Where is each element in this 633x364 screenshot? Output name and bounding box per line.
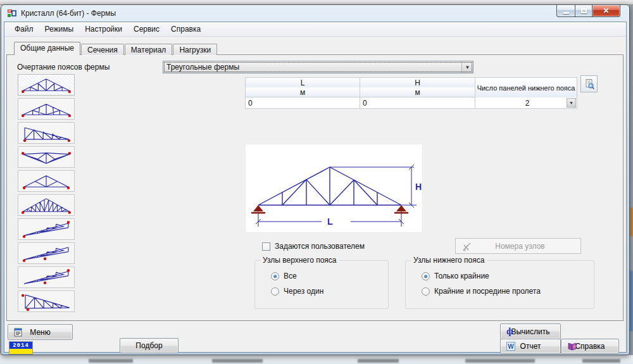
truss-thumbnail-triangular-simple[interactable] xyxy=(18,170,75,192)
col-header-panels: Число панелей нижнего пояса xyxy=(475,77,577,98)
panels-dropdown-icon[interactable]: ▼ xyxy=(567,98,576,108)
truss-thumbnail-triangular-low[interactable] xyxy=(18,98,75,120)
radio-all-nodes[interactable] xyxy=(271,272,279,280)
truss-thumbnail-ascending-mid-support-right[interactable] xyxy=(18,267,75,288)
word-report-icon: W xyxy=(506,342,515,351)
window-title: Кристалл (64-бит) - Фермы xyxy=(21,9,116,18)
top-chord-group-title: Узлы верхнего пояса xyxy=(260,256,339,265)
titlebar[interactable]: Кристалл (64-бит) - Фермы ✕ xyxy=(1,5,629,22)
preview-button[interactable] xyxy=(580,75,598,92)
podbor-button[interactable]: Подбор xyxy=(120,338,179,353)
value-cell-H[interactable]: 0 xyxy=(360,97,475,109)
truss-thumbnail-right-triangle-descending[interactable] xyxy=(18,291,75,312)
col-header-L: L xyxy=(245,77,360,88)
background-blur xyxy=(212,359,263,363)
truss-thumbnail-single-slope-ascending[interactable] xyxy=(18,218,75,240)
background-blur xyxy=(89,359,133,363)
maximize-button[interactable] xyxy=(575,5,592,17)
radio-only-edge-nodes[interactable] xyxy=(422,272,430,280)
year-badge-text: 2014 xyxy=(9,342,32,349)
menu-settings[interactable]: Настройки xyxy=(79,23,128,35)
node-numbers-label: Номера узлов xyxy=(472,242,568,251)
year-badge-yellow-bar xyxy=(9,349,32,354)
chevron-down-icon[interactable]: ▼ xyxy=(461,61,473,73)
truss-diagram: H L xyxy=(245,144,423,233)
bottom-chord-group-title: Узлы нижнего пояса xyxy=(411,256,487,265)
tab-material[interactable]: Материал xyxy=(125,44,173,55)
screen: Кристалл (64-бит) - Фермы ✕ Файл Режимы … xyxy=(0,0,633,364)
help-book-icon: ? xyxy=(567,342,577,351)
report-button[interactable]: W Отчет xyxy=(500,339,561,354)
bottom-chord-nodes-group: Узлы нижнего пояса Только крайние Крайни… xyxy=(405,260,594,309)
menu-button-label: Меню xyxy=(30,328,50,337)
node-numbers-button[interactable]: Номера узлов xyxy=(455,238,581,254)
panels-value: 2 xyxy=(525,99,530,108)
menu-file[interactable]: Файл xyxy=(9,23,39,35)
help-button[interactable]: ? Справка xyxy=(561,339,619,354)
value-cell-panels[interactable]: 2 ▼ xyxy=(475,97,577,109)
top-chord-nodes-group: Узлы верхнего пояса Все Через один xyxy=(254,260,389,309)
tab-general-data[interactable]: Общие данные xyxy=(14,42,80,55)
window-controls: ✕ xyxy=(556,5,620,17)
truss-outline-combobox[interactable]: Треугольные фермы ▼ xyxy=(163,61,473,73)
calculate-icon: ф xyxy=(506,326,513,337)
background-blur xyxy=(582,359,620,363)
menu-service[interactable]: Сервис xyxy=(128,23,165,35)
radio-edge-and-midspan-label: Крайние и посредине пролета xyxy=(434,287,541,296)
radio-all-nodes-label: Все xyxy=(284,272,297,280)
tab-sections[interactable]: Сечения xyxy=(81,44,124,55)
app-window: Кристалл (64-бит) - Фермы ✕ Файл Режимы … xyxy=(1,4,630,355)
svg-text:?: ? xyxy=(573,345,576,349)
diagram-h-label: H xyxy=(415,182,422,192)
minimize-button[interactable] xyxy=(556,5,575,17)
truss-thumbnail-scissors[interactable] xyxy=(18,146,75,168)
col-header-H: H xyxy=(360,77,475,88)
tabstrip: Общие данные Сечения Материал Нагрузки xyxy=(14,42,218,55)
help-button-label: Справка xyxy=(575,342,605,351)
truss-thumbnail-ascending-mid-support-left[interactable] xyxy=(18,242,75,264)
tab-loads[interactable]: Нагрузки xyxy=(173,44,217,55)
user-defined-checkbox[interactable] xyxy=(262,242,270,251)
value-cell-L[interactable]: 0 xyxy=(245,97,360,109)
background-blur xyxy=(465,359,535,363)
app-icon xyxy=(7,8,17,18)
minimize-icon xyxy=(563,12,569,14)
podbor-button-label: Подбор xyxy=(135,341,162,350)
menu-button-icon xyxy=(14,327,23,337)
truss-thumbnail-triangular-fan[interactable] xyxy=(18,74,75,96)
radio-every-other-node[interactable] xyxy=(271,287,279,296)
calculate-button[interactable]: ф Вычислить xyxy=(500,323,561,339)
background-blur xyxy=(358,359,399,363)
radio-edge-and-midspan-nodes[interactable] xyxy=(422,287,430,296)
radio-only-edge-nodes-label: Только крайние xyxy=(434,272,489,280)
year-badge: 2014 xyxy=(9,341,33,355)
menu-button[interactable]: Меню xyxy=(8,324,73,340)
user-defined-label: Задаются пользователем xyxy=(275,242,365,251)
menu-modes[interactable]: Режимы xyxy=(39,23,80,35)
client-area: Файл Режимы Настройки Сервис Справка Общ… xyxy=(4,22,627,353)
close-button[interactable]: ✕ xyxy=(592,5,620,17)
radio-every-other-node-label: Через один xyxy=(284,287,323,296)
node-numbers-icon xyxy=(462,241,472,251)
parameters-table: L H Число панелей нижнего пояса м м 0 0 … xyxy=(245,77,577,109)
unit-cell-H: м xyxy=(360,87,475,97)
unit-cell-L: м xyxy=(245,87,360,97)
maximize-icon xyxy=(581,8,587,13)
calculate-button-label: Вычислить xyxy=(511,327,549,336)
close-icon: ✕ xyxy=(603,6,609,15)
truss-thumbnail-triangular-multi-post[interactable] xyxy=(18,194,75,216)
outline-label: Очертание поясов фермы xyxy=(17,63,110,72)
report-button-label: Отчет xyxy=(520,342,541,351)
menubar: Файл Режимы Настройки Сервис Справка xyxy=(4,22,626,37)
user-defined-row: Задаются пользователем xyxy=(262,242,365,251)
truss-thumbnail-single-slope-descending[interactable] xyxy=(18,122,75,144)
diagram-l-label: L xyxy=(327,217,333,227)
print-preview-icon xyxy=(584,78,595,90)
menu-help[interactable]: Справка xyxy=(165,23,206,35)
combobox-value: Треугольные фермы xyxy=(163,63,461,72)
